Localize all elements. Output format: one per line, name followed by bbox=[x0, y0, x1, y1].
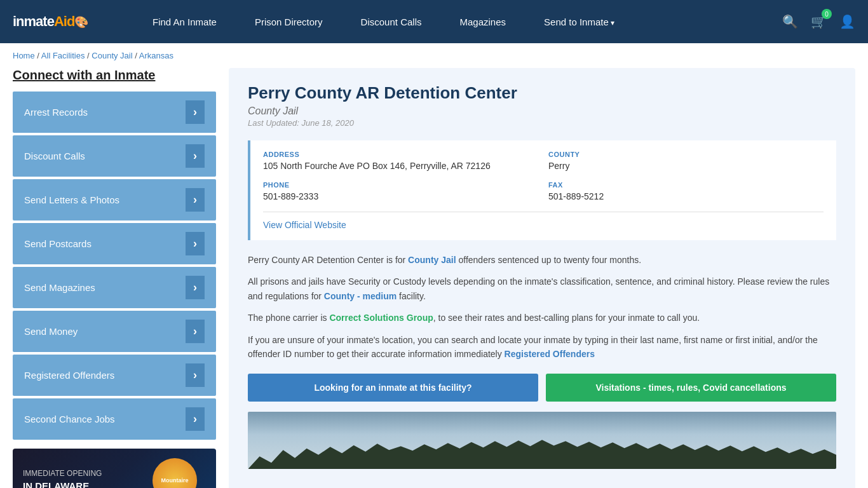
nav-magazines[interactable]: Magazines bbox=[440, 1, 525, 43]
county-jail-link[interactable]: County Jail bbox=[408, 255, 456, 265]
facility-photo bbox=[248, 412, 836, 469]
nav-send-to-inmate[interactable]: Send to Inmate bbox=[525, 1, 634, 43]
arrow-icon: › bbox=[186, 188, 205, 212]
arrow-icon: › bbox=[186, 363, 205, 387]
sidebar-items: Arrest Records › Discount Calls › Send L… bbox=[13, 92, 216, 440]
sidebar-item-registered-offenders[interactable]: Registered Offenders › bbox=[13, 355, 216, 396]
website-section: View Official Website bbox=[263, 212, 824, 230]
sidebar-item-send-money[interactable]: Send Money › bbox=[13, 311, 216, 352]
header: inmateAid🎨 Find An Inmate Prison Directo… bbox=[0, 0, 868, 43]
sidebar-item-second-chance-jobs[interactable]: Second Chance Jobs › bbox=[13, 398, 216, 440]
main-nav: Find An Inmate Prison Directory Discount… bbox=[133, 1, 763, 43]
main-layout: Connect with an Inmate Arrest Records › … bbox=[0, 68, 868, 488]
facility-subtitle: County Jail bbox=[248, 105, 836, 117]
desc-3: The phone carrier is Correct Solutions G… bbox=[248, 311, 836, 325]
facility-info-box: ADDRESS 105 North Fourche Ave PO Box 146… bbox=[248, 140, 836, 240]
website-link[interactable]: View Official Website bbox=[263, 220, 346, 230]
logo: inmateAid🎨 bbox=[13, 13, 88, 30]
ad-line1: IMMEDIATE OPENING bbox=[23, 468, 102, 479]
sidebar-item-arrest-records[interactable]: Arrest Records › bbox=[13, 92, 216, 133]
ad-line2: IN DELAWARE bbox=[23, 479, 102, 488]
arrow-icon: › bbox=[186, 100, 205, 124]
fax-section: FAX 501-889-5212 bbox=[548, 181, 824, 201]
breadcrumb-all-facilities[interactable]: All Facilities bbox=[41, 51, 85, 60]
desc-1: Perry County AR Detention Center is for … bbox=[248, 253, 836, 267]
arrow-icon: › bbox=[186, 407, 205, 431]
phone-section: PHONE 501-889-2333 bbox=[263, 181, 538, 201]
sidebar-title: Connect with an Inmate bbox=[13, 68, 216, 83]
facility-updated: Last Updated: June 18, 2020 bbox=[248, 118, 836, 128]
header-icons: 🔍 🛒 0 👤 bbox=[782, 14, 855, 29]
sidebar-item-discount-calls[interactable]: Discount Calls › bbox=[13, 135, 216, 177]
sidebar-item-send-magazines[interactable]: Send Magazines › bbox=[13, 267, 216, 308]
sidebar-item-send-postcards[interactable]: Send Postcards › bbox=[13, 223, 216, 264]
facility-content: Perry County AR Detention Center County … bbox=[229, 68, 855, 488]
fax-value: 501-889-5212 bbox=[548, 191, 824, 201]
breadcrumb-arkansas[interactable]: Arkansas bbox=[139, 51, 173, 60]
sidebar-item-send-letters[interactable]: Send Letters & Photos › bbox=[13, 179, 216, 220]
search-icon[interactable]: 🔍 bbox=[782, 14, 798, 29]
sidebar-ad[interactable]: IMMEDIATE OPENING IN DELAWARE Mountaire bbox=[13, 449, 216, 488]
breadcrumb-home[interactable]: Home bbox=[13, 51, 35, 60]
cart-icon[interactable]: 🛒 0 bbox=[811, 14, 827, 29]
phone-value: 501-889-2333 bbox=[263, 191, 538, 201]
county-value: Perry bbox=[548, 161, 824, 171]
photo-trees-decoration bbox=[248, 437, 836, 469]
visitations-button[interactable]: Visitations - times, rules, Covid cancel… bbox=[546, 374, 836, 402]
action-buttons: Looking for an inmate at this facility? … bbox=[248, 374, 836, 402]
nav-prison-directory[interactable]: Prison Directory bbox=[236, 1, 342, 43]
find-inmate-button[interactable]: Looking for an inmate at this facility? bbox=[248, 374, 538, 402]
county-section: COUNTY Perry bbox=[548, 151, 824, 171]
facility-title: Perry County AR Detention Center bbox=[248, 83, 836, 103]
logo-area[interactable]: inmateAid🎨 bbox=[13, 13, 114, 30]
address-value: 105 North Fourche Ave PO Box 146, Perryv… bbox=[263, 161, 538, 171]
arrow-icon: › bbox=[186, 232, 205, 255]
address-section: ADDRESS 105 North Fourche Ave PO Box 146… bbox=[263, 151, 538, 171]
arrow-icon: › bbox=[186, 276, 205, 299]
cart-badge: 0 bbox=[822, 9, 832, 19]
arrow-icon: › bbox=[186, 144, 205, 168]
arrow-icon: › bbox=[186, 320, 205, 343]
correct-solutions-link[interactable]: Correct Solutions Group bbox=[329, 313, 433, 323]
nav-discount-calls[interactable]: Discount Calls bbox=[342, 1, 441, 43]
sidebar: Connect with an Inmate Arrest Records › … bbox=[13, 68, 216, 488]
breadcrumb-county-jail[interactable]: County Jail bbox=[92, 51, 132, 60]
desc-2: All prisons and jails have Security or C… bbox=[248, 274, 836, 303]
breadcrumb: Home / All Facilities / County Jail / Ar… bbox=[0, 43, 868, 68]
nav-find-inmate[interactable]: Find An Inmate bbox=[133, 1, 236, 43]
ad-brand-logo: Mountaire bbox=[153, 458, 197, 488]
registered-offenders-link[interactable]: Registered Offenders bbox=[505, 349, 595, 359]
desc-4: If you are unsure of your inmate's locat… bbox=[248, 333, 836, 362]
user-icon[interactable]: 👤 bbox=[839, 14, 855, 29]
county-medium-link[interactable]: County - medium bbox=[324, 291, 397, 301]
